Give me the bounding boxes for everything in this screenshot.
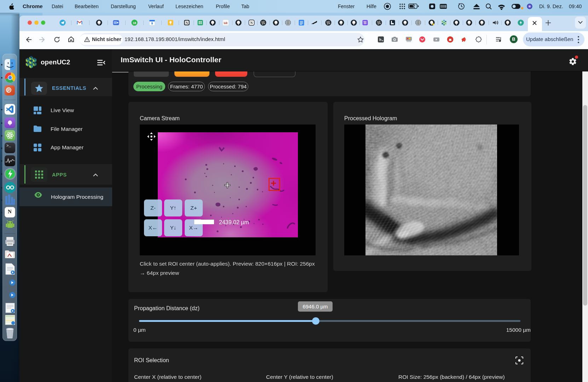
svg-text:h: h (379, 38, 381, 42)
svg-text:N: N (186, 21, 188, 25)
svg-text:bR: bR (224, 21, 228, 25)
svg-text:18: 18 (133, 21, 136, 25)
svg-text:9: 9 (151, 22, 153, 25)
svg-text:N: N (250, 21, 253, 25)
